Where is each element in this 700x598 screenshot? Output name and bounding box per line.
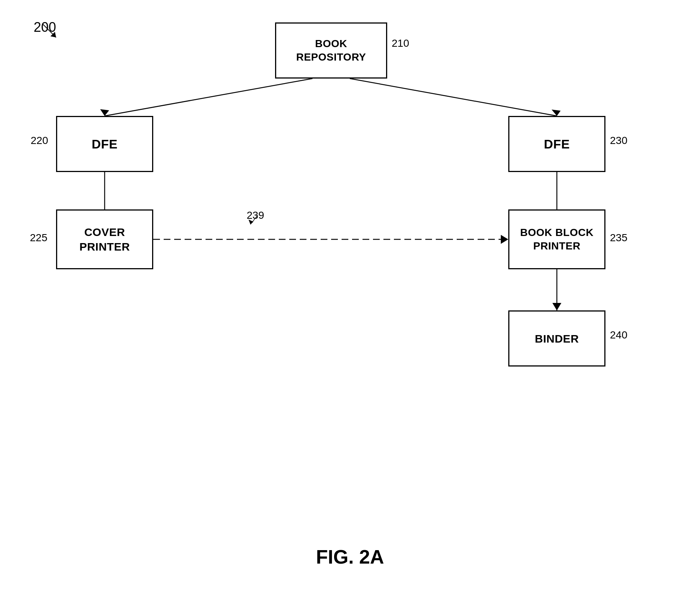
svg-marker-3 [552,110,561,116]
svg-line-0 [105,79,312,116]
diagram-container: 200 BOOKREPOSITORY 210 DFE 220 DFE 230 C… [0,0,700,598]
binder-box: BINDER [508,310,605,367]
book-repository-ref: 210 [392,37,409,49]
figure-label: FIG. 2A [316,546,384,568]
book-repository-box: BOOKREPOSITORY [275,22,387,79]
book-block-printer-box: BOOK BLOCKPRINTER [508,209,605,269]
dfe-left-ref: 220 [31,135,48,147]
svg-marker-7 [501,235,508,244]
diagram-number-arrow [39,21,62,43]
diagram-svg [0,0,700,598]
svg-marker-9 [552,303,561,310]
dfe-right-box: DFE [508,116,605,172]
dfe-right-ref: 230 [610,135,627,147]
svg-line-2 [350,79,557,116]
svg-marker-1 [100,109,109,116]
cover-printer-ref: 225 [30,232,47,244]
cover-printer-box: COVERPRINTER [56,209,153,269]
book-block-printer-ref: 235 [610,232,627,244]
dfe-left-box: DFE [56,116,153,172]
svg-marker-13 [249,220,253,224]
connection-239-arrow [247,211,265,230]
binder-ref: 240 [610,329,627,341]
